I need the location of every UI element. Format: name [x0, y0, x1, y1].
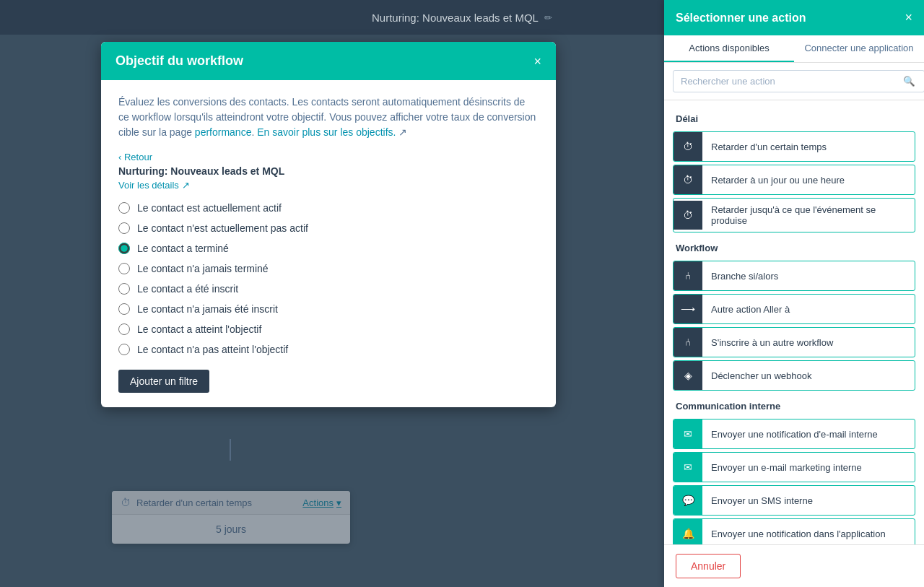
right-panel-header: Sélectionner une action × — [664, 0, 924, 35]
view-details-link[interactable]: Voir les détails ↗ — [118, 180, 539, 191]
right-panel-close-button[interactable]: × — [905, 10, 912, 25]
radio-label-6: Le contact n'a jamais été inscrit — [137, 303, 278, 315]
action-notif-email-interne[interactable]: ✉ Envoyer une notification d'e-mail inte… — [673, 419, 915, 449]
radio-input-5[interactable] — [118, 283, 130, 295]
top-bar-title-group: Nurturing: Nouveaux leads et MQL ✏ — [372, 12, 552, 24]
right-panel: Sélectionner une action × Actions dispon… — [664, 0, 924, 587]
action-branche-si-alors[interactable]: ⑃ Branche si/alors — [673, 261, 915, 291]
radio-input-4[interactable] — [118, 263, 130, 274]
dialog-body: Évaluez les conversions des contacts. Le… — [101, 80, 556, 407]
section-title-comm-interne: Communication interne — [664, 393, 924, 416]
learn-more-link[interactable]: En savoir plus sur les objectifs. — [257, 126, 396, 138]
delay-icon-1: ⏱ — [674, 132, 702, 161]
dialog-description: Évaluez les conversions des contacts. Le… — [118, 95, 539, 140]
right-panel-search: 🔍 — [664, 63, 924, 100]
right-panel-footer: Annuler — [664, 544, 924, 587]
radio-item-2[interactable]: Le contact n'est actuellement pas actif — [118, 222, 539, 234]
action-sms-interne[interactable]: 💬 Envoyer un SMS interne — [673, 485, 915, 516]
radio-item-3[interactable]: Le contact a terminé — [118, 243, 539, 254]
radio-label-4: Le contact n'a jamais terminé — [137, 263, 269, 274]
tab-actions-disponibles[interactable]: Actions disponibles — [664, 35, 794, 62]
radio-input-3[interactable] — [118, 243, 130, 254]
radio-item-7[interactable]: Le contact a atteint l'objectif — [118, 323, 539, 335]
webhook-icon: ◈ — [674, 361, 702, 390]
right-panel-title: Sélectionner une action — [676, 12, 806, 25]
external-icon: ↗ — [182, 180, 190, 191]
action-aller-a[interactable]: ⟶ Autre action Aller à — [673, 294, 915, 324]
workflow-title: Nurturing: Nouveaux leads et MQL — [372, 12, 539, 24]
action-inscrire-autre-workflow[interactable]: ⑃ S'inscrire à un autre workflow — [673, 327, 915, 357]
dialog-header: Objectif du workflow × — [101, 42, 556, 80]
action-email-marketing-interne[interactable]: ✉ Envoyer un e-mail marketing interne — [673, 452, 915, 482]
section-title-delai: Délai — [664, 106, 924, 129]
app-notif-icon: 🔔 — [674, 519, 702, 544]
action-retarder-jour-heure[interactable]: ⏱ Retarder à un jour ou une heure — [673, 165, 915, 195]
radio-item-4[interactable]: Le contact n'a jamais terminé — [118, 263, 539, 274]
objective-dialog: Objectif du workflow × Évaluez les conve… — [101, 42, 556, 407]
action-webhook[interactable]: ◈ Déclencher un webhook — [673, 360, 915, 391]
radio-input-1[interactable] — [118, 202, 130, 214]
search-input[interactable] — [673, 70, 924, 92]
goto-icon: ⟶ — [674, 295, 702, 323]
dialog-workflow-name: Nurturing: Nouveaux leads et MQL — [118, 165, 539, 177]
back-link[interactable]: ‹ Retour — [118, 152, 539, 162]
radio-label-8: Le contact n'a pas atteint l'objectif — [137, 344, 288, 355]
tab-connecter-application[interactable]: Connecter une application — [794, 35, 924, 62]
dialog-title: Objectif du workflow — [116, 53, 243, 69]
radio-input-6[interactable] — [118, 303, 130, 315]
radio-label-1: Le contact est actuellement actif — [137, 202, 282, 214]
radio-label-3: Le contact a terminé — [137, 243, 229, 254]
right-panel-content: Délai ⏱ Retarder d'un certain temps ⏱ Re… — [664, 100, 924, 544]
radio-label-2: Le contact n'est actuellement pas actif — [137, 222, 308, 234]
cancel-button[interactable]: Annuler — [676, 554, 741, 578]
radio-input-7[interactable] — [118, 323, 130, 335]
right-panel-tabs: Actions disponibles Connecter une applic… — [664, 35, 924, 63]
radio-item-1[interactable]: Le contact est actuellement actif — [118, 202, 539, 214]
section-title-workflow: Workflow — [664, 235, 924, 258]
enroll-icon: ⑃ — [674, 328, 702, 357]
dialog-close-button[interactable]: × — [533, 55, 541, 68]
action-retarder-evenement[interactable]: ⏱ Retarder jusqu'à ce que l'événement se… — [673, 198, 915, 232]
delay-icon-3: ⏱ — [674, 201, 702, 230]
radio-label-5: Le contact a été inscrit — [137, 283, 238, 295]
radio-input-2[interactable] — [118, 222, 130, 234]
delay-icon-2: ⏱ — [674, 165, 702, 194]
search-button[interactable]: 🔍 — [903, 76, 915, 87]
email-notif-icon: ✉ — [674, 419, 702, 448]
radio-item-6[interactable]: Le contact n'a jamais été inscrit — [118, 303, 539, 315]
action-retarder-certain-temps[interactable]: ⏱ Retarder d'un certain temps — [673, 131, 915, 162]
sms-icon: 💬 — [674, 486, 702, 515]
radio-input-8[interactable] — [118, 344, 130, 355]
radio-label-7: Le contact a atteint l'objectif — [137, 323, 261, 335]
radio-group: Le contact est actuellement actif Le con… — [118, 202, 539, 355]
radio-item-8[interactable]: Le contact n'a pas atteint l'objectif — [118, 344, 539, 355]
email-marketing-icon: ✉ — [674, 453, 702, 482]
edit-title-icon[interactable]: ✏ — [544, 12, 552, 23]
external-link-icon: ↗ — [398, 126, 407, 138]
add-filter-button[interactable]: Ajouter un filtre — [118, 370, 209, 393]
radio-item-5[interactable]: Le contact a été inscrit — [118, 283, 539, 295]
action-notif-application[interactable]: 🔔 Envoyer une notification dans l'applic… — [673, 518, 915, 544]
branch-icon: ⑃ — [674, 261, 702, 290]
performance-link[interactable]: performance — [195, 126, 252, 138]
